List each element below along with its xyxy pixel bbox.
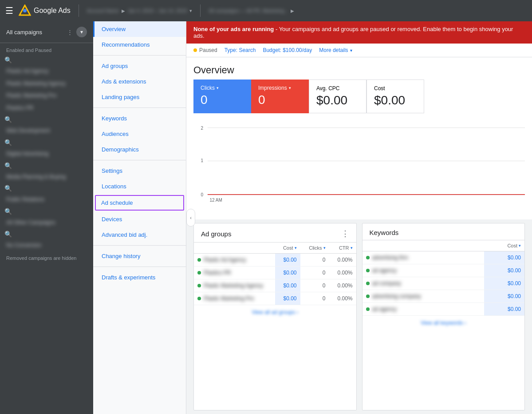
ad-groups-panel: Ad groups ⋮ Cost ▾ — [193, 223, 357, 410]
sidebar-search-row-2[interactable]: 🔍 — [0, 114, 93, 125]
table-row[interactable]: Plastic Marketing Agency $0.00 0 0.00% — [194, 279, 356, 292]
table-row[interactable]: advertising company $0.00 — [363, 290, 525, 303]
nav-item-ad-groups[interactable]: Ad groups — [93, 58, 186, 74]
ad-groups-cost-col[interactable]: Cost ▾ — [275, 243, 300, 254]
sidebar-search-row-5[interactable]: 🔍 — [0, 183, 93, 194]
table-row[interactable]: ad agency $0.00 — [363, 264, 525, 277]
sidebar-item-2[interactable]: Plastic Marketing Agency — [0, 78, 93, 90]
cost-label: Cost — [374, 85, 417, 92]
ad-groups-clicks-label: Clicks — [309, 245, 322, 251]
nav-sep-1 — [93, 55, 186, 56]
budget-value[interactable]: $100.00/day — [283, 47, 312, 53]
center-nav: Overview Recommendations Ad groups Ads &… — [93, 21, 186, 414]
nav-item-overview[interactable]: Overview — [93, 21, 186, 37]
nav-item-ad-schedule[interactable]: Ad schedule — [95, 195, 184, 211]
sidebar-item-10[interactable]: No Conversion — [0, 239, 93, 252]
sidebar-search-row-1[interactable]: 🔍 — [0, 55, 93, 65]
status-dot — [193, 48, 197, 52]
left-sidebar: All campaigns ⋮ ▾ Enabled and Paused 🔍 P… — [0, 21, 93, 414]
sidebar-item-6[interactable]: Digital Advertising — [0, 148, 93, 160]
sidebar-search-row-7[interactable]: 🔍 — [0, 229, 93, 239]
kw-cost-sort-icon: ▾ — [519, 243, 521, 248]
sidebar-search-row-3[interactable]: 🔍 — [0, 137, 93, 148]
page-title-bar: Overview — [186, 57, 532, 80]
table-row[interactable]: Plastics PR $0.00 0 0.00% — [194, 267, 356, 279]
budget-label: Budget: — [263, 47, 281, 53]
table-row[interactable]: Plastic Marketing Pro $0.00 0 0.00% — [194, 292, 356, 305]
nav-item-devices[interactable]: Devices — [93, 211, 186, 227]
ag-row4-cost: $0.00 — [275, 292, 300, 305]
table-row[interactable]: advertising firm $0.00 — [363, 251, 525, 264]
hamburger-menu[interactable]: ☰ — [5, 5, 13, 16]
status-type: Type: Search — [225, 47, 256, 53]
ag-row2-clicks: 0 — [300, 267, 329, 279]
campaign-selector[interactable]: All campaigns — All PR, Marketing... ▶ — [209, 8, 294, 13]
sidebar-expand-button[interactable]: ▾ — [76, 27, 87, 37]
sidebar-item-9[interactable]: All Other Campaigns — [0, 217, 93, 229]
account-name: Account Name — [87, 8, 119, 13]
search-icon-3: 🔍 — [4, 139, 12, 146]
page-title: Overview — [193, 64, 525, 76]
campaign-label: All campaigns — All PR, Marketing... — [209, 8, 288, 13]
sidebar-item-8[interactable]: Public Relations — [0, 194, 93, 206]
nav-item-locations[interactable]: Locations — [93, 179, 186, 194]
nav-item-drafts[interactable]: Drafts & experiments — [93, 270, 186, 285]
ad-groups-panel-header: Ad groups ⋮ — [194, 223, 356, 243]
kw-cost-col[interactable]: Cost ▾ — [484, 240, 524, 251]
nav-item-settings[interactable]: Settings — [93, 163, 186, 179]
sidebar-item-5[interactable]: Web Development — [0, 125, 93, 137]
nav-sep-3 — [93, 160, 186, 160]
sidebar-item-1[interactable]: Plastic Ad Agency — [0, 65, 93, 78]
content-area: None of your ads are running - Your camp… — [186, 21, 532, 414]
table-row[interactable]: Plastic Ad Agency $0.00 0 0.00% — [194, 254, 356, 267]
avg-cpc-label: Avg. CPC — [316, 85, 359, 92]
top-divider2 — [200, 4, 201, 17]
type-value[interactable]: Search — [239, 47, 256, 53]
sidebar-item-4[interactable]: Plastics PR — [0, 102, 93, 115]
svg-point-1 — [23, 9, 27, 12]
nav-item-audiences[interactable]: Audiences — [93, 126, 186, 142]
nav-item-landing-pages[interactable]: Landing pages — [93, 89, 186, 105]
collapse-nav-button[interactable]: ‹ — [186, 209, 195, 227]
avg-cpc-value: $0.00 — [316, 93, 359, 107]
nav-item-keywords[interactable]: Keywords — [93, 111, 186, 126]
impressions-metric-card[interactable]: Impressions ▾ 0 — [251, 80, 309, 113]
sidebar-item-3[interactable]: Plastic Marketing Pro — [0, 90, 93, 102]
logo-text: Google Ads — [34, 7, 71, 15]
sidebar-item-text-9: All Other Campaigns — [6, 219, 89, 227]
more-details-button[interactable]: More details ▾ — [319, 47, 352, 53]
sidebar-search-row-6[interactable]: 🔍 — [0, 206, 93, 217]
notification-bar: None of your ads are running - Your camp… — [186, 21, 532, 44]
kw-dot-1 — [366, 256, 370, 259]
nav-item-ads-extensions[interactable]: Ads & extensions — [93, 74, 186, 89]
ad-groups-panel-dots-button[interactable]: ⋮ — [341, 229, 349, 239]
kw-dot-2 — [366, 269, 370, 272]
keywords-view-all[interactable]: View all keywords › — [363, 316, 525, 330]
svg-text:2: 2 — [201, 126, 203, 131]
sidebar-search-row-4[interactable]: 🔍 — [0, 160, 93, 171]
search-icon-6: 🔍 — [4, 208, 12, 215]
ad-groups-ctr-col[interactable]: CTR ▾ — [329, 243, 356, 254]
account-selector[interactable]: Account Name ▶ Jan 4, 2019 – Jan 14, 201… — [87, 8, 193, 14]
ad-groups-view-all[interactable]: View all ad groups › — [194, 305, 356, 319]
nav-item-change-history[interactable]: Change history — [93, 248, 186, 264]
kw-row4-cost: $0.00 — [484, 290, 524, 303]
kw-row1-cost: $0.00 — [484, 251, 524, 264]
removed-campaigns-label: Removed campaigns are hidden — [0, 252, 93, 264]
kw-row1-name: advertising firm — [372, 255, 408, 261]
table-row[interactable]: ad agency $0.00 — [363, 303, 525, 316]
ad-groups-clicks-col[interactable]: Clicks ▾ — [300, 243, 329, 254]
nav-item-demographics[interactable]: Demographics — [93, 142, 186, 157]
clicks-dropdown-icon: ▾ — [217, 86, 219, 90]
table-row[interactable]: ad company $0.00 — [363, 277, 525, 290]
clicks-metric-card[interactable]: Clicks ▾ 0 — [193, 80, 251, 113]
nav-item-recommendations[interactable]: Recommendations — [93, 37, 186, 52]
nav-item-advanced-bid[interactable]: Advanced bid adj. — [93, 227, 186, 243]
impressions-dropdown-icon: ▾ — [289, 86, 291, 90]
ad-groups-view-all-text: View all ad groups › — [252, 309, 298, 315]
sidebar-dots-button[interactable]: ⋮ — [67, 29, 73, 36]
sidebar-item-7[interactable]: Media Planning & Buying — [0, 171, 93, 183]
ag-row3-ctr: 0.00% — [329, 279, 356, 292]
status-paused-label: Paused — [199, 47, 217, 53]
top-divider — [79, 4, 79, 17]
